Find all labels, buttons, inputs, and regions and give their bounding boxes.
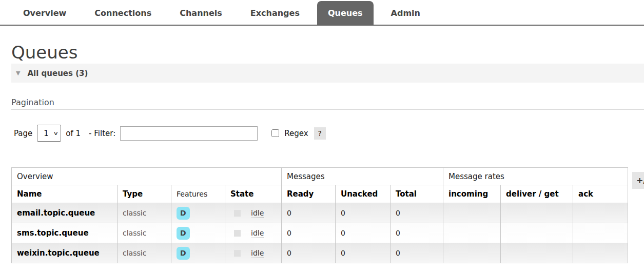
tab-queues[interactable]: Queues xyxy=(317,1,374,25)
queue-features-cell: D xyxy=(171,223,225,243)
queue-state-cell: idle xyxy=(225,223,282,243)
section-all-queues[interactable]: ▼ All queues (3) xyxy=(11,64,644,83)
messages-unacked: 0 xyxy=(336,203,391,223)
column-group-overview: Overview xyxy=(12,168,282,185)
pagination-heading: Pagination xyxy=(11,98,644,109)
column-header-deliver-get[interactable]: deliver / get xyxy=(501,185,573,203)
state-color-square xyxy=(234,210,241,217)
messages-ready: 0 xyxy=(282,243,336,263)
queue-type: classic xyxy=(118,223,171,243)
queue-name-link[interactable]: weixin.topic.queue xyxy=(12,243,118,263)
queue-type: classic xyxy=(118,203,171,223)
nav-tab-list: OverviewConnectionsChannelsExchangesQueu… xyxy=(12,1,438,25)
tab-exchanges[interactable]: Exchanges xyxy=(240,1,310,25)
column-header-features: Features xyxy=(171,185,225,203)
state-color-square xyxy=(234,250,241,257)
column-header-unacked[interactable]: Unacked xyxy=(336,185,391,203)
queue-row-weixin-topic-queue: weixin.topic.queueclassicDidle000 xyxy=(12,243,628,263)
section-label: All queues (3) xyxy=(27,69,88,78)
filter-input[interactable] xyxy=(120,126,258,141)
rate-deliver-get xyxy=(501,223,573,243)
column-header-row: NameTypeFeaturesStateReadyUnackedTotalin… xyxy=(12,185,628,203)
messages-ready: 0 xyxy=(282,203,336,223)
state-text: idle xyxy=(251,229,264,238)
page-select-wrap: 1 ∨ xyxy=(37,125,61,142)
durable-badge: D xyxy=(177,227,190,240)
rate-ack xyxy=(573,203,628,223)
pagination-controls: Page 1 ∨ of 1 - Filter: Regex ? xyxy=(14,125,644,142)
tab-overview[interactable]: Overview xyxy=(12,1,77,25)
column-group-message-rates: Message rates xyxy=(443,168,628,185)
regex-checkbox[interactable] xyxy=(271,129,279,137)
column-header-name[interactable]: Name xyxy=(12,185,118,203)
column-header-ready[interactable]: Ready xyxy=(282,185,336,203)
rate-ack xyxy=(573,243,628,263)
queue-features-cell: D xyxy=(171,203,225,223)
regex-help-button[interactable]: ? xyxy=(314,127,326,140)
rate-deliver-get xyxy=(501,243,573,263)
rate-ack xyxy=(573,223,628,243)
queues-table-wrap: OverviewMessagesMessage rates NameTypeFe… xyxy=(11,167,644,263)
tab-connections[interactable]: Connections xyxy=(84,1,162,25)
durable-badge: D xyxy=(177,207,190,220)
column-header-incoming[interactable]: incoming xyxy=(443,185,501,203)
page-of-label: of 1 xyxy=(66,129,81,138)
page-title: Queues xyxy=(11,42,644,63)
queue-row-email-topic-queue: email.topic.queueclassicDidle000 xyxy=(12,203,628,223)
state-color-square xyxy=(234,230,241,237)
messages-total: 0 xyxy=(391,243,443,263)
filter-label: - Filter: xyxy=(89,129,115,138)
messages-unacked: 0 xyxy=(336,243,391,263)
queue-features-cell: D xyxy=(171,243,225,263)
rate-incoming xyxy=(443,203,501,223)
rate-incoming xyxy=(443,243,501,263)
queue-row-sms-topic-queue: sms.topic.queueclassicDidle000 xyxy=(12,223,628,243)
rate-deliver-get xyxy=(501,203,573,223)
page-label: Page xyxy=(14,129,32,138)
column-header-type[interactable]: Type xyxy=(118,185,171,203)
collapse-triangle-icon: ▼ xyxy=(16,70,20,76)
messages-ready: 0 xyxy=(282,223,336,243)
messages-total: 0 xyxy=(391,203,443,223)
main-nav: OverviewConnectionsChannelsExchangesQueu… xyxy=(0,0,644,26)
queue-state-cell: idle xyxy=(225,243,282,263)
pagination-divider xyxy=(11,109,644,110)
queue-name-link[interactable]: email.topic.queue xyxy=(12,203,118,223)
page-select[interactable]: 1 xyxy=(37,125,61,142)
column-group-row: OverviewMessagesMessage rates xyxy=(12,168,628,185)
queue-name-link[interactable]: sms.topic.queue xyxy=(12,223,118,243)
queues-table: OverviewMessagesMessage rates NameTypeFe… xyxy=(11,167,628,263)
queue-state-cell: idle xyxy=(225,203,282,223)
queue-type: classic xyxy=(118,243,171,263)
column-header-state[interactable]: State xyxy=(225,185,282,203)
tab-admin[interactable]: Admin xyxy=(380,1,431,25)
messages-unacked: 0 xyxy=(336,223,391,243)
messages-total: 0 xyxy=(391,223,443,243)
state-text: idle xyxy=(251,209,264,218)
tab-channels[interactable]: Channels xyxy=(169,1,233,25)
column-selector-button[interactable]: +/- xyxy=(632,172,644,189)
rate-incoming xyxy=(443,223,501,243)
column-header-ack[interactable]: ack xyxy=(573,185,628,203)
regex-label: Regex xyxy=(284,129,308,138)
column-group-messages: Messages xyxy=(282,168,443,185)
durable-badge: D xyxy=(177,247,190,260)
column-header-total[interactable]: Total xyxy=(391,185,443,203)
state-text: idle xyxy=(251,249,264,258)
